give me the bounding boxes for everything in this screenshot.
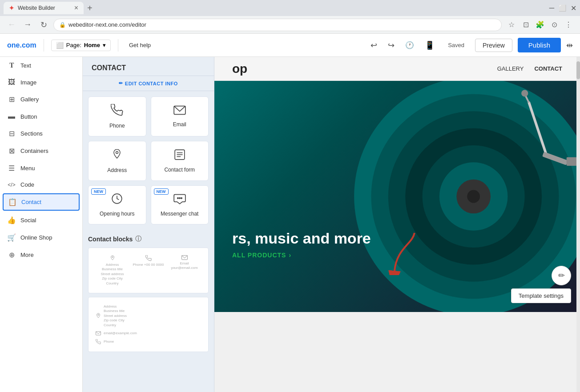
maximize-button[interactable]: ⬜ [559,4,566,12]
svg-point-9 [181,198,182,199]
tab-close-button[interactable]: × [74,4,78,12]
extensions-button[interactable]: 🧩 [534,19,546,31]
forward-button[interactable]: → [21,19,34,31]
back-button[interactable]: ← [5,19,18,31]
bookmark-star-button[interactable]: ☆ [505,19,518,31]
contact-block-2[interactable]: AddressBusiness titleStreet addressZip c… [88,297,209,352]
contact-item-opening-hours[interactable]: NEW Opening hours [88,185,146,224]
profile-button[interactable]: ⊙ [548,19,560,31]
sidebar-label-online-shop: Online Shop [20,234,52,241]
tab-search-button[interactable]: ⊡ [520,19,532,31]
sidebar-item-sections[interactable]: ⊟ Sections [0,125,82,142]
preview-button[interactable]: Preview [475,39,512,52]
sidebar-label-menu: Menu [20,165,35,172]
edit-contact-link-label: EDIT CONTACT INFO [125,81,178,86]
contact-item-phone[interactable]: Phone [88,96,146,136]
sidebar-item-contact[interactable]: 📋 Contact [3,193,80,211]
sidebar-item-gallery[interactable]: ⊞ Gallery [0,91,82,108]
edit-contact-info-link[interactable]: ✏ EDIT CONTACT INFO [119,80,177,86]
contact-item-messenger-chat[interactable]: NEW Messenger chat [151,185,209,224]
sidebar-item-more[interactable]: ⊕ More [0,246,82,264]
history-button[interactable]: 🕐 [403,39,417,51]
page-selector-icon: ⬜ [56,42,64,49]
contact-item-form[interactable]: Contact form [151,141,209,181]
sidebar-label-text: Text [20,62,31,69]
browser-tab[interactable]: ✦ Website Builder × [4,2,84,14]
sidebar-item-code[interactable]: </> Code [0,177,82,192]
nav-link-contact[interactable]: CONTACT [534,65,562,72]
contact-blocks-header: Contact blocks ⓘ [88,235,209,243]
edit-canvas-button[interactable]: ✏ [552,266,571,285]
help-icon[interactable]: ⓘ [135,235,141,243]
more-options-button[interactable]: ⋮ [562,19,575,31]
button-icon: ▬ [7,112,16,120]
template-settings-button[interactable]: Template settings [511,288,571,303]
mobile-view-button[interactable]: 📱 [422,39,437,52]
sidebar-item-button[interactable]: ▬ Button [0,108,82,125]
new-tab-button[interactable]: + [87,3,93,13]
publish-button[interactable]: Publish [518,38,561,52]
messenger-chat-new-badge: NEW [154,188,169,195]
nav-link-gallery[interactable]: GALLERY [497,65,524,72]
more-icon: ⊕ [7,251,16,259]
scrollbar-thumb[interactable] [576,61,580,79]
page-scrollbar[interactable] [576,57,580,392]
contact-panel-title: CONTACT [83,57,214,76]
sidebar-item-image[interactable]: 🖼 Image [0,74,82,91]
sidebar-item-online-shop[interactable]: 🛒 Online Shop [0,229,82,246]
code-icon: </> [7,182,16,188]
browser-controls-bar: ← → ↻ 🔒 webeditor-next.one.com/editor ☆ … [0,16,580,34]
email-icon [173,105,186,118]
sidebar-label-containers: Containers [20,148,48,154]
email-label: Email [173,121,186,128]
sidebar-label-image: Image [20,79,36,86]
redo-button[interactable]: ↪ [385,39,397,52]
svg-point-21 [467,190,480,203]
sidebar-label-social: Social [20,217,36,224]
sections-icon: ⊟ [7,129,16,138]
chevron-right-icon: › [289,252,291,259]
phone-label: Phone [109,123,125,129]
tab-favicon-icon: ✦ [9,4,14,12]
svg-point-12 [98,314,99,316]
sidebar-item-menu[interactable]: ☰ Menu [0,160,82,177]
undo-button[interactable]: ↩ [368,39,380,52]
hero-all-products-link[interactable]: ALL PRODUCTS › [232,252,371,259]
get-help-button[interactable]: Get help [125,40,154,50]
url-text: webeditor-next.one.com/editor [68,21,146,28]
opening-hours-label: Opening hours [100,211,135,217]
svg-point-1 [116,152,118,154]
close-button[interactable]: ✕ [571,4,576,12]
sidebar-label-contact: Contact [21,199,41,205]
page-selector[interactable]: ⬜ Page: Home ▾ [51,40,111,51]
minimize-button[interactable]: ─ [549,4,554,12]
messenger-chat-icon [173,193,186,207]
sidebar-item-containers[interactable]: ⊠ Containers [0,142,82,160]
address-icon [112,148,122,164]
refresh-button[interactable]: ↻ [37,19,50,31]
sidebar-item-text[interactable]: 𝐓 Text [0,57,82,74]
svg-point-7 [177,198,178,199]
contact-item-email[interactable]: Email [151,96,209,136]
contact-item-address[interactable]: Address [88,141,146,181]
address-label: Address [107,167,127,173]
contact-form-icon [174,149,185,163]
page-label: Page: [66,42,81,48]
sidebar-label-more: More [20,252,34,258]
contact-block-1[interactable]: AddressBusiness titleStreet addressZip c… [88,248,209,293]
contact-form-label: Contact form [164,167,195,173]
page-dropdown-icon: ▾ [103,42,106,48]
address-bar[interactable]: 🔒 webeditor-next.one.com/editor [53,19,502,31]
hero-link-label: ALL PRODUCTS [232,252,286,259]
sidebar-item-social[interactable]: 👍 Social [0,212,82,229]
vinyl-image [324,81,580,312]
edit-contact-info-bar: ✏ EDIT CONTACT INFO [83,76,214,91]
image-icon: 🖼 [7,78,16,86]
browser-titlebar: ✦ Website Builder × + ─ ⬜ ✕ [0,0,580,16]
expand-panel-button[interactable]: ⇹ [566,40,573,50]
opening-hours-new-badge: NEW [91,188,106,195]
header-divider-2 [118,39,118,52]
svg-point-10 [112,256,113,258]
app-header: one.com ⬜ Page: Home ▾ Get help ↩ ↪ 🕐 📱 … [0,34,580,57]
page-name: Home [84,42,100,48]
